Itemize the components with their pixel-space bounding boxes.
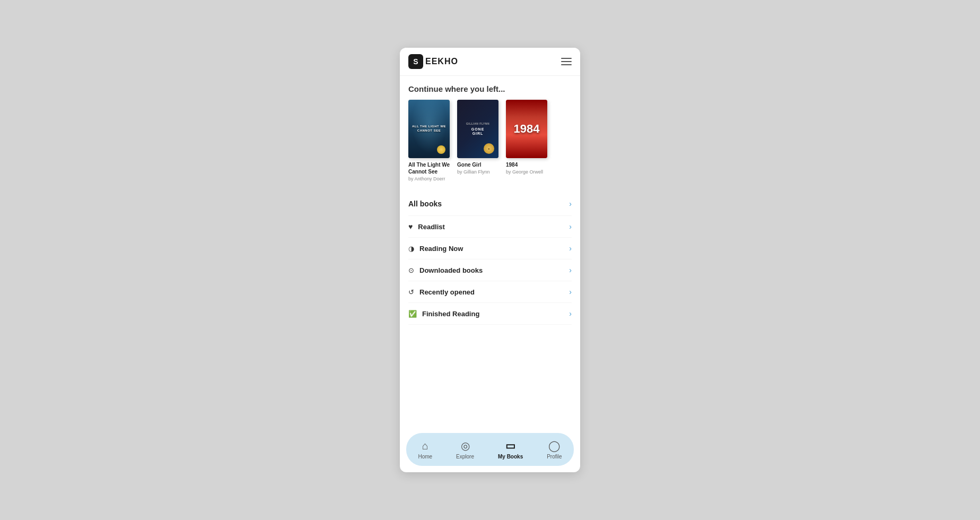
book-item-3[interactable]: 1984 1984 by George Orwell bbox=[506, 100, 548, 181]
book-author-3: by George Orwell bbox=[506, 169, 548, 175]
nav-label-my-books: My Books bbox=[498, 454, 523, 460]
continue-title: Continue where you left... bbox=[408, 84, 572, 93]
phone-container: S EEKHO Continue where you left... ALL T… bbox=[400, 48, 580, 472]
profile-icon: ◯ bbox=[548, 439, 560, 452]
book-cover-1984: 1984 bbox=[506, 100, 547, 158]
books-carousel: ALL THE LIGHT WE CANNOT SEE All The Ligh… bbox=[408, 100, 572, 181]
book-cover-author-2: GILLIAN FLYNN bbox=[466, 122, 489, 125]
book-item-1[interactable]: ALL THE LIGHT WE CANNOT SEE All The Ligh… bbox=[408, 100, 451, 181]
nav-item-profile[interactable]: ◯ Profile bbox=[540, 437, 568, 462]
all-books-label: All books bbox=[408, 200, 442, 208]
book-cover-gone-girl: GILLIAN FLYNN GONEGIRL ★ bbox=[457, 100, 498, 158]
book-author-1: by Anthony Doerr bbox=[408, 176, 451, 181]
reading-now-left: ◑ Reading Now bbox=[408, 245, 463, 253]
finished-chevron: › bbox=[569, 309, 572, 318]
finished-reading-row[interactable]: ✅ Finished Reading › bbox=[408, 303, 572, 325]
readlist-label: Readlist bbox=[418, 223, 445, 231]
all-books-row[interactable]: All books › bbox=[408, 192, 572, 216]
downloaded-label: Downloaded books bbox=[419, 266, 483, 274]
finished-reading-label: Finished Reading bbox=[422, 310, 479, 318]
recently-opened-chevron: › bbox=[569, 288, 572, 296]
moon-icon: ◑ bbox=[408, 245, 414, 253]
nav-item-home[interactable]: ⌂ Home bbox=[412, 438, 439, 462]
download-icon: ⊙ bbox=[408, 266, 414, 274]
book-title-3: 1984 bbox=[506, 161, 548, 168]
all-books-chevron: › bbox=[569, 200, 572, 208]
recently-opened-row[interactable]: ↺ Recently opened › bbox=[408, 281, 572, 303]
nav-label-home: Home bbox=[418, 454, 432, 460]
book-cover-title-3: 1984 bbox=[514, 122, 540, 136]
hamburger-menu-button[interactable] bbox=[561, 58, 572, 65]
explore-icon: ◎ bbox=[461, 439, 470, 452]
home-icon: ⌂ bbox=[422, 440, 428, 452]
award-badge-2: ★ bbox=[484, 143, 494, 154]
my-books-icon: ▭ bbox=[505, 439, 515, 452]
nav-item-my-books[interactable]: ▭ My Books bbox=[492, 437, 529, 462]
readlist-chevron: › bbox=[569, 222, 572, 231]
recently-opened-left: ↺ Recently opened bbox=[408, 288, 475, 296]
readlist-left: ♥ Readlist bbox=[408, 222, 445, 231]
book-cover-all-light: ALL THE LIGHT WE CANNOT SEE bbox=[408, 100, 450, 158]
logo-icon: S bbox=[408, 54, 423, 69]
history-icon: ↺ bbox=[408, 288, 414, 296]
menu-section: All books › ♥ Readlist › ◑ Reading Now › bbox=[408, 192, 572, 325]
finished-left: ✅ Finished Reading bbox=[408, 310, 479, 318]
app-header: S EEKHO bbox=[400, 48, 580, 76]
downloaded-row[interactable]: ⊙ Downloaded books › bbox=[408, 259, 572, 281]
book-cover-title-1: ALL THE LIGHT WE CANNOT SEE bbox=[410, 125, 448, 133]
reading-now-row[interactable]: ◑ Reading Now › bbox=[408, 238, 572, 259]
bottom-navigation: ⌂ Home ◎ Explore ▭ My Books ◯ Profile bbox=[406, 433, 574, 466]
reading-now-chevron: › bbox=[569, 244, 572, 253]
book-author-2: by Gillian Flynn bbox=[457, 169, 500, 175]
heart-icon: ♥ bbox=[408, 222, 413, 231]
book-title-1: All The Light We Cannot See bbox=[408, 161, 451, 175]
main-content: Continue where you left... ALL THE LIGHT… bbox=[400, 76, 580, 429]
nav-label-explore: Explore bbox=[456, 454, 474, 460]
nav-label-profile: Profile bbox=[547, 454, 562, 460]
award-badge-1 bbox=[437, 145, 445, 154]
reading-now-label: Reading Now bbox=[419, 245, 463, 253]
check-circle-icon: ✅ bbox=[408, 310, 417, 318]
recently-opened-label: Recently opened bbox=[419, 288, 475, 296]
readlist-row[interactable]: ♥ Readlist › bbox=[408, 216, 572, 238]
logo: S EEKHO bbox=[408, 54, 458, 69]
book-title-2: Gone Girl bbox=[457, 161, 500, 168]
book-cover-title-2: GONEGIRL bbox=[471, 127, 485, 136]
logo-text: EEKHO bbox=[425, 57, 458, 66]
nav-item-explore[interactable]: ◎ Explore bbox=[450, 437, 480, 462]
book-item-2[interactable]: GILLIAN FLYNN GONEGIRL ★ Gone Girl by Gi… bbox=[457, 100, 500, 181]
downloaded-chevron: › bbox=[569, 266, 572, 274]
continue-section: Continue where you left... ALL THE LIGHT… bbox=[408, 84, 572, 181]
downloaded-left: ⊙ Downloaded books bbox=[408, 266, 483, 274]
